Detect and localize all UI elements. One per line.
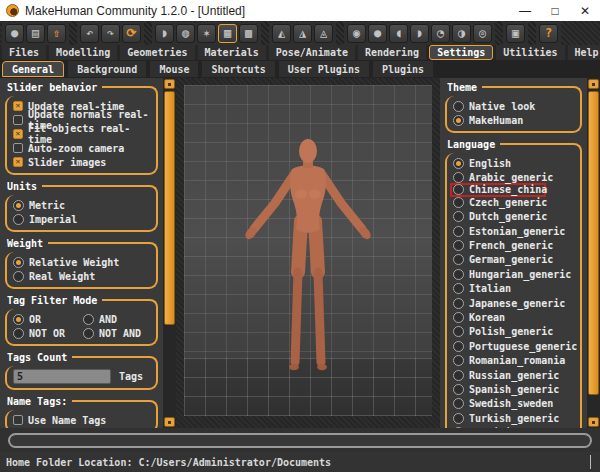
split-view-icon[interactable]: ◑ — [452, 24, 471, 43]
radio-row-estonian-generic[interactable]: Estonian_generic — [453, 224, 577, 238]
subtab-mouse[interactable]: Mouse — [150, 61, 198, 77]
right-panel-scrollbar[interactable] — [587, 78, 600, 428]
group-title: Tag Filter Mode — [5, 295, 158, 309]
radio-icon — [13, 314, 24, 325]
skeleton-icon[interactable]: ✶ — [197, 24, 216, 43]
subtab-general[interactable]: General — [2, 61, 64, 77]
grab-screenshot-icon[interactable]: ▣ — [506, 24, 525, 43]
background-icon[interactable]: ▩ — [239, 24, 258, 43]
radio-row-imperial[interactable]: Imperial — [13, 212, 153, 226]
toolbar-separator — [69, 21, 77, 45]
radio-label: Korean — [469, 312, 505, 323]
radio-row-english[interactable]: English — [453, 156, 577, 170]
back-view-icon[interactable]: ● — [368, 24, 387, 43]
radio-row-french-generic[interactable]: French_generic — [453, 238, 577, 252]
radio-row-dutch-generic[interactable]: Dutch_generic — [453, 210, 577, 224]
radio-row-italian[interactable]: Italian — [453, 282, 577, 296]
radio-row-metric[interactable]: Metric — [13, 198, 153, 212]
tab-geometries[interactable]: Geometries — [120, 45, 194, 60]
scroll-up-button[interactable] — [164, 79, 175, 89]
subtab-background[interactable]: Background — [68, 61, 146, 77]
minimize-button[interactable]: — — [510, 0, 540, 21]
subtab-label: User Plugins — [288, 64, 360, 75]
radio-row-german-generic[interactable]: German_generic — [453, 253, 577, 267]
symmetry-left-icon[interactable]: ◮ — [293, 24, 312, 43]
radio-row-or[interactable]: OR — [13, 312, 83, 326]
scrollbar-thumb[interactable] — [164, 91, 175, 325]
save-file-icon[interactable]: ▤ — [26, 24, 45, 43]
left-panel-scrollbar[interactable] — [163, 78, 176, 428]
symmetry-right-icon[interactable]: ◭ — [272, 24, 291, 43]
radio-row-native-look[interactable]: Native look — [453, 99, 577, 113]
radio-row-hungarian-generic[interactable]: Hungarian_generic — [453, 267, 577, 281]
front-view-icon[interactable]: ◉ — [347, 24, 366, 43]
reset-mesh-icon[interactable]: ⟳ — [122, 24, 141, 43]
new-human-icon[interactable]: ● — [5, 24, 24, 43]
tab-materials[interactable]: Materials — [198, 45, 266, 60]
subtab-label: Mouse — [159, 64, 189, 75]
tab-rendering[interactable]: Rendering — [358, 45, 426, 60]
radio-row-japanese-generic[interactable]: Japanese_generic — [453, 296, 577, 310]
tab-pose-animate[interactable]: Pose/Animate — [269, 45, 355, 60]
radio-row-real-weight[interactable]: Real Weight — [13, 269, 153, 283]
radio-row-arabic-generic[interactable]: Arabic_generic — [453, 170, 577, 184]
checkbox-row-fit-objects-real-time[interactable]: ✕ Fit objects real-time — [13, 127, 153, 141]
scroll-up-button[interactable] — [588, 79, 599, 89]
grid-icon[interactable]: ▦ — [218, 24, 237, 43]
radio-label: MakeHuman — [469, 115, 523, 126]
tags-count-input[interactable]: 5 — [13, 369, 111, 384]
smooth-shading-icon[interactable]: ◗ — [155, 24, 174, 43]
load-file-icon[interactable]: ⇧ — [47, 24, 66, 43]
radio-row-and[interactable]: AND — [83, 312, 153, 326]
radio-row-romanian-romania[interactable]: Romanian_romania — [453, 353, 577, 367]
radio-row-spanish-generic[interactable]: Spanish_generic — [453, 382, 577, 396]
radio-row-czech-generic[interactable]: Czech_generic — [453, 195, 577, 209]
radio-row-relative-weight[interactable]: Relative Weight — [13, 255, 153, 269]
radio-row-korean[interactable]: Korean — [453, 310, 577, 324]
redo-icon[interactable]: ↷ — [101, 24, 120, 43]
tab-files[interactable]: Files — [2, 45, 46, 60]
global-camera-icon[interactable]: ◎ — [473, 24, 492, 43]
close-button[interactable]: ✕ — [570, 0, 600, 21]
human-model[interactable] — [218, 137, 398, 379]
symmetry-icon[interactable]: ◬ — [314, 24, 333, 43]
wireframe-icon[interactable]: ◍ — [176, 24, 195, 43]
radio-row-portuguese-generic[interactable]: Portuguese_generic — [453, 339, 577, 353]
tab-help[interactable]: Help — [568, 45, 600, 60]
tool-glyph: ◖ — [395, 27, 402, 39]
tool-glyph: ⟳ — [126, 27, 136, 39]
radio-row-not-or[interactable]: NOT OR — [13, 326, 83, 340]
group-title: Slider behavior — [5, 82, 158, 96]
tool-glyph: ◔ — [437, 27, 444, 39]
undo-icon[interactable]: ↶ — [80, 24, 99, 43]
radio-icon — [453, 240, 464, 251]
tab-utilities[interactable]: Utilities — [496, 45, 564, 60]
subtab-user-plugins[interactable]: User Plugins — [279, 61, 369, 77]
scroll-down-button[interactable] — [164, 417, 175, 427]
radio-row-swedish-sweden[interactable]: Swedish_sweden — [453, 397, 577, 411]
tab-modelling[interactable]: Modelling — [49, 45, 117, 60]
radio-row-not-and[interactable]: NOT AND — [83, 326, 153, 340]
left-view-icon[interactable]: ◖ — [389, 24, 408, 43]
right-view-icon[interactable]: ◗ — [410, 24, 429, 43]
checkbox-row-use-name-tags[interactable]: ✕ Use Name Tags — [13, 413, 153, 427]
help-icon[interactable]: ? — [539, 24, 558, 43]
radio-row-russian-generic[interactable]: Russian_generic — [453, 368, 577, 382]
tab-settings[interactable]: Settings — [429, 45, 493, 60]
subtab-shortcuts[interactable]: Shortcuts — [202, 61, 274, 77]
radio-row-turkish-generic[interactable]: Turkish_generic — [453, 411, 577, 425]
toolbar-separator — [528, 21, 536, 45]
maximize-button[interactable]: □ — [540, 0, 570, 21]
scrollbar-thumb[interactable] — [588, 91, 599, 395]
radio-row-makehuman[interactable]: MakeHuman — [453, 113, 577, 127]
subtab-plugins[interactable]: Plugins — [373, 61, 433, 77]
checkbox-label: Slider images — [28, 157, 106, 168]
tool-glyph: ? — [545, 27, 552, 39]
scroll-down-button[interactable] — [588, 417, 599, 427]
toolbar-group-camera: ▣ — [503, 22, 528, 45]
3d-viewport[interactable] — [184, 85, 432, 416]
radio-row-polish-generic[interactable]: Polish_generic — [453, 325, 577, 339]
checkbox-row-slider-images[interactable]: ✕ Slider images — [13, 155, 153, 169]
top-view-icon[interactable]: ◔ — [431, 24, 450, 43]
subtab-label: General — [12, 64, 54, 75]
